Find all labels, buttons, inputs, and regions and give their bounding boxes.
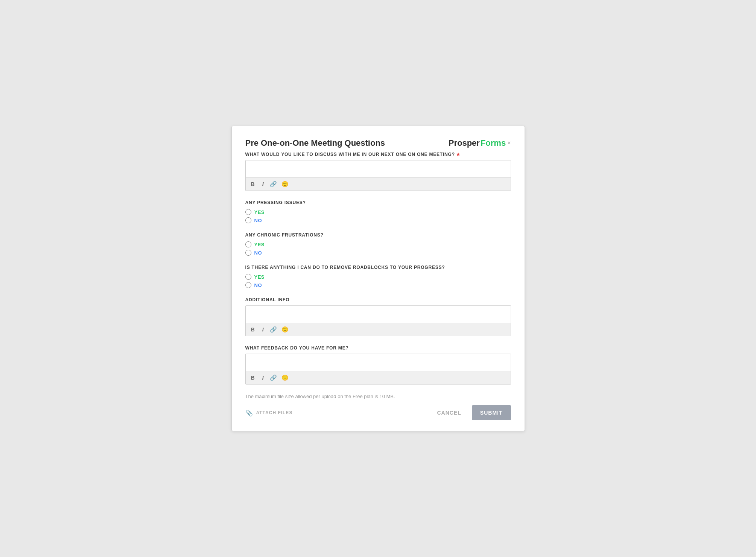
footer-section: The maximum file size allowed per upload… bbox=[245, 394, 511, 420]
roadblocks-no-option[interactable]: NO bbox=[245, 282, 511, 288]
link-icon-6[interactable]: 🔗 bbox=[270, 374, 277, 381]
footer-actions: 📎 ATTACH FILES CANCEL SUBMIT bbox=[245, 405, 511, 420]
question-5-section: ADDITIONAL INFO B I 🔗 🙂 bbox=[245, 297, 511, 336]
roadblocks-no-label: NO bbox=[254, 282, 262, 288]
attach-files-label: ATTACH FILES bbox=[256, 410, 293, 415]
link-icon-1[interactable]: 🔗 bbox=[270, 181, 277, 188]
form-title: Pre One-on-One Meeting Questions bbox=[245, 138, 385, 148]
question-1-input[interactable] bbox=[246, 160, 511, 177]
frustrations-yes-option[interactable]: YES bbox=[245, 241, 511, 247]
question-2-label: ANY PRESSING ISSUES? bbox=[245, 200, 511, 205]
modal-header: Pre One-on-One Meeting Questions Prosper… bbox=[245, 138, 511, 148]
question-4-section: IS THERE ANYTHING I CAN DO TO REMOVE ROA… bbox=[245, 265, 511, 288]
pressing-yes-radio[interactable] bbox=[245, 209, 251, 215]
frustrations-yes-radio[interactable] bbox=[245, 241, 251, 247]
question-5-toolbar: B I 🔗 🙂 bbox=[246, 323, 511, 336]
roadblocks-yes-radio[interactable] bbox=[245, 274, 251, 280]
question-6-toolbar: B I 🔗 🙂 bbox=[246, 371, 511, 384]
question-1-editor: B I 🔗 🙂 bbox=[245, 160, 511, 191]
question-5-editor: B I 🔗 🙂 bbox=[245, 305, 511, 336]
paperclip-icon: 📎 bbox=[245, 409, 253, 417]
italic-button-6[interactable]: I bbox=[261, 374, 265, 381]
frustrations-yes-label: YES bbox=[254, 242, 265, 247]
modal-container: Pre One-on-One Meeting Questions Prosper… bbox=[231, 126, 525, 431]
pressing-yes-option[interactable]: YES bbox=[245, 209, 511, 215]
attach-files-button[interactable]: 📎 ATTACH FILES bbox=[245, 409, 293, 417]
frustrations-no-label: NO bbox=[254, 250, 262, 256]
question-1-toolbar: B I 🔗 🙂 bbox=[246, 177, 511, 191]
roadblocks-no-radio[interactable] bbox=[245, 282, 251, 288]
cancel-button[interactable]: CANCEL bbox=[431, 406, 467, 420]
pressing-no-label: NO bbox=[254, 218, 262, 223]
question-5-input[interactable] bbox=[246, 306, 511, 323]
roadblocks-yes-option[interactable]: YES bbox=[245, 274, 511, 280]
emoji-icon-1[interactable]: 🙂 bbox=[281, 181, 289, 188]
italic-button-5[interactable]: I bbox=[261, 326, 265, 333]
bold-button-1[interactable]: B bbox=[249, 181, 256, 188]
question-6-label: WHAT FEEDBACK DO YOU HAVE FOR ME? bbox=[245, 345, 511, 351]
frustrations-no-option[interactable]: NO bbox=[245, 250, 511, 256]
bold-button-5[interactable]: B bbox=[249, 326, 256, 333]
brand-logo: Prosper Forms bbox=[449, 138, 506, 148]
italic-button-1[interactable]: I bbox=[261, 181, 265, 188]
emoji-icon-5[interactable]: 🙂 bbox=[281, 326, 289, 333]
question-1-section: WHAT WOULD YOU LIKE TO DISCUSS WITH ME I… bbox=[245, 152, 511, 191]
question-2-section: ANY PRESSING ISSUES? YES NO bbox=[245, 200, 511, 223]
bold-button-6[interactable]: B bbox=[249, 374, 256, 381]
pressing-no-radio[interactable] bbox=[245, 217, 251, 223]
question-4-label: IS THERE ANYTHING I CAN DO TO REMOVE ROA… bbox=[245, 265, 511, 270]
action-buttons: CANCEL SUBMIT bbox=[431, 405, 511, 420]
pressing-yes-label: YES bbox=[254, 209, 265, 215]
pressing-no-option[interactable]: NO bbox=[245, 217, 511, 223]
required-star: ★ bbox=[456, 152, 461, 157]
question-6-input[interactable] bbox=[246, 354, 511, 371]
close-icon[interactable]: × bbox=[507, 140, 511, 146]
emoji-icon-6[interactable]: 🙂 bbox=[281, 374, 289, 381]
question-3-section: ANY CHRONIC FRUSTRATIONS? YES NO bbox=[245, 232, 511, 256]
brand-prosper-text: Prosper bbox=[449, 138, 480, 148]
file-size-note: The maximum file size allowed per upload… bbox=[245, 394, 511, 399]
frustrations-no-radio[interactable] bbox=[245, 250, 251, 256]
link-icon-5[interactable]: 🔗 bbox=[270, 326, 277, 333]
roadblocks-yes-label: YES bbox=[254, 274, 265, 280]
brand-area: Prosper Forms × bbox=[449, 138, 511, 148]
brand-forms-text: Forms bbox=[481, 138, 506, 148]
question-6-editor: B I 🔗 🙂 bbox=[245, 354, 511, 385]
question-5-label: ADDITIONAL INFO bbox=[245, 297, 511, 302]
question-1-label: WHAT WOULD YOU LIKE TO DISCUSS WITH ME I… bbox=[245, 152, 511, 157]
question-3-label: ANY CHRONIC FRUSTRATIONS? bbox=[245, 232, 511, 238]
submit-button[interactable]: SUBMIT bbox=[472, 405, 511, 420]
question-6-section: WHAT FEEDBACK DO YOU HAVE FOR ME? B I 🔗 … bbox=[245, 345, 511, 385]
